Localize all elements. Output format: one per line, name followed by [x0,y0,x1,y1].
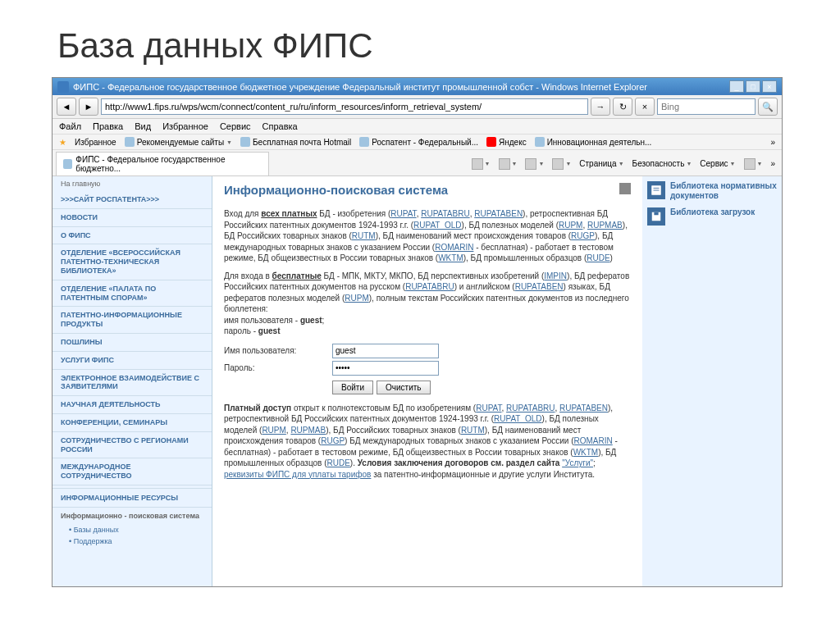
link-rugp3[interactable]: RUGP [321,436,345,445]
link-wktm3[interactable]: WKTM [573,448,599,457]
sidebar-home[interactable]: На главную [52,176,212,191]
close-button[interactable]: × [762,80,777,93]
sidebar-item-palata[interactable]: ОТДЕЛЕНИЕ «ПАЛАТА ПО ПАТЕНТНЫМ СПОРАМ» [52,280,212,308]
tool-service[interactable]: Сервис▼ [700,159,735,168]
sidebar-item-international[interactable]: МЕЖДУНАРОДНОЕ СОТРУДНИЧЕСТВО [52,458,212,485]
link-romarin[interactable]: ROMARIN [435,243,473,252]
menu-edit[interactable]: Правка [93,121,123,131]
sidebar-item-regions[interactable]: СОТРУДНИЧЕСТВО С РЕГИОНАМИ РОССИИ [52,432,212,459]
sidebar-item-conferences[interactable]: КОНФЕРЕНЦИИ, СЕМИНАРЫ [52,414,212,432]
tool-home[interactable]: ▼ [472,158,491,170]
right-item-text: Библиотека нормативных документов [670,181,777,201]
sidebar-item-fees[interactable]: ПОШЛИНЫ [52,334,212,352]
tool-page[interactable]: Страница▼ [579,159,623,168]
sidebar-item-einteraction[interactable]: ЭЛЕКТРОННОЕ ВЗАИМОДЕЙСТВИЕ С ЗАЯВИТЕЛЯМИ [52,370,212,397]
link-rupmab3[interactable]: RUPMAB [290,426,326,435]
link-rude3[interactable]: RUDE [327,458,350,467]
browser-tab[interactable]: ФИПС - Федеральное государственное бюдже… [56,152,269,175]
stop-button[interactable]: × [635,98,655,116]
link-rutm3[interactable]: RUTM [461,426,485,435]
password-input[interactable] [332,361,439,376]
favorites-label[interactable]: Избранное [75,138,116,147]
sidebar-item-about[interactable]: О ФИПС [52,227,212,245]
tool-security[interactable]: Безопасность▼ [632,159,692,168]
sidebar-item-products[interactable]: ПАТЕНТНО-ИНФОРМАЦИОННЫЕ ПРОДУКТЫ [52,307,212,334]
link-rupat-old[interactable]: RUPAT_OLD [413,221,462,230]
link-rupmab[interactable]: RUPMAB [587,221,623,230]
favorites-star-icon[interactable]: ★ [59,138,66,147]
link-rupm3[interactable]: RUPM [262,426,285,435]
menu-tools[interactable]: Сервис [220,121,251,131]
search-input[interactable] [657,98,756,115]
link-rude[interactable]: RUDE [587,253,609,262]
search-button[interactable]: 🔍 [758,98,778,116]
feed-icon [499,158,510,170]
link-rupatabru2[interactable]: RUPATABRU [405,282,454,291]
right-item-downloads[interactable]: Библиотека загрузок [647,207,777,226]
sidebar-item-services[interactable]: УСЛУГИ ФИПС [52,352,212,370]
sidebar-sub-support[interactable]: • Поддержка [52,536,212,547]
menu-file[interactable]: Файл [59,121,81,131]
favitem-4[interactable]: Инновационная деятельн... [535,137,652,147]
menu-help[interactable]: Справка [262,121,298,131]
tool-mail[interactable]: ▼ [525,158,544,170]
back-button[interactable]: ◄ [57,98,76,116]
sidebar-sub-databases[interactable]: • Базы данных [52,524,212,536]
favitem-1[interactable]: Бесплатная почта Hotmail [240,137,351,147]
right-item-library[interactable]: Библиотека нормативных документов [647,181,777,201]
clear-button[interactable]: Очистить [377,381,431,394]
link-uslugi[interactable]: "Услуги" [562,458,593,467]
favitem-2[interactable]: Роспатент - Федеральный... [359,137,478,147]
maximize-button[interactable]: □ [746,80,760,93]
tool-feed[interactable]: ▼ [499,158,518,170]
print-icon[interactable] [619,183,631,194]
tab-label: ФИПС - Федеральное государственное бюдже… [75,155,262,173]
sidebar-active-item: Информационно - поисковая система [52,508,212,524]
link-rupm[interactable]: RUPM [559,221,582,230]
menu-view[interactable]: Вид [135,121,151,131]
tool-print[interactable]: ▼ [552,158,571,170]
menu-favorites[interactable]: Избранное [162,121,208,131]
sidebar-item-news[interactable]: НОВОСТИ [52,209,212,227]
site-icon [535,137,545,147]
tool-help[interactable]: ▼ [744,158,763,170]
minimize-button[interactable]: _ [729,80,744,93]
link-wktm[interactable]: WKTM [438,253,463,262]
forward-button[interactable]: ► [79,98,98,116]
link-rupatabru3[interactable]: RUPATABRU [506,403,555,412]
more-chevron[interactable]: » [770,138,775,147]
link-rupat3[interactable]: RUPAT [476,403,501,412]
page-icon [63,159,72,169]
link-rupataben3[interactable]: RUPATABEN [559,403,608,412]
login-button[interactable]: Войти [332,381,373,394]
page-heading: Информационно-поисковая система [224,183,631,197]
link-rugp[interactable]: RUGP [571,231,595,240]
link-rupataben2[interactable]: RUPATABEN [515,282,564,291]
page-content: На главную >>>САЙТ РОСПАТЕНТА>>> НОВОСТИ… [52,176,782,586]
link-rupat-old3[interactable]: RUPAT_OLD [494,414,542,423]
slide-title: База данных ФИПС [0,0,840,77]
favitem-0[interactable]: Рекомендуемые сайты▼ [125,137,232,147]
link-rupataben[interactable]: RUPATABEN [474,209,523,218]
refresh-button[interactable]: ↻ [613,98,632,116]
link-rekvizity[interactable]: реквизиты ФИПС для уплаты тарифов [224,470,371,479]
sidebar-item-science[interactable]: НАУЧНАЯ ДЕЯТЕЛЬНОСТЬ [52,396,212,414]
url-input[interactable] [101,98,588,115]
go-button[interactable]: → [591,98,610,116]
link-rupatabru[interactable]: RUPATABRU [421,209,469,218]
link-rupm2[interactable]: RUPM [345,294,368,303]
link-rutm[interactable]: RUTM [352,231,376,240]
disk-icon [647,207,665,226]
tool-more[interactable]: » [770,159,775,168]
sidebar-item-rospatent[interactable]: >>>САЙТ РОСПАТЕНТА>>> [52,191,212,209]
username-input[interactable] [332,344,439,358]
username-label: Имя пользователя: [224,346,322,355]
favitem-3[interactable]: Яндекс [486,137,527,147]
link-romarin3[interactable]: ROMARIN [574,436,613,445]
window-titlebar: ФИПС - Федеральное государственное бюдже… [52,78,782,95]
mail-icon [525,158,536,170]
link-rupat[interactable]: RUPAT [390,209,416,218]
sidebar-item-library[interactable]: ОТДЕЛЕНИЕ «ВСЕРОССИЙСКАЯ ПАТЕНТНО-ТЕХНИЧ… [52,244,212,280]
address-bar: ◄ ► → ↻ × 🔍 [52,95,782,119]
link-impin[interactable]: IMPIN [544,271,567,280]
